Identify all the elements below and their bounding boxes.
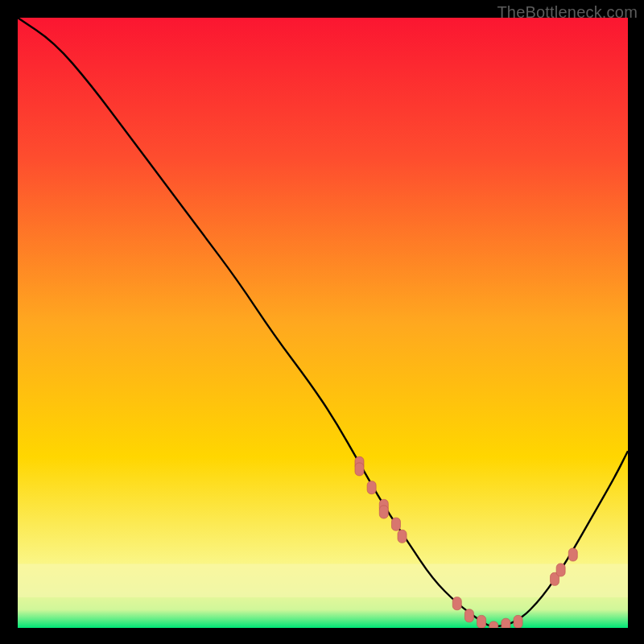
data-marker [556, 564, 565, 576]
highlight-band [18, 564, 628, 597]
data-marker [489, 621, 498, 628]
chart-frame: TheBottleneck.com [0, 0, 644, 644]
data-marker [391, 518, 400, 530]
data-marker [452, 597, 461, 610]
data-marker [355, 463, 364, 476]
data-marker [464, 609, 473, 622]
plot-area [18, 18, 628, 628]
data-marker [502, 618, 510, 628]
data-marker [367, 481, 376, 494]
data-marker [379, 506, 388, 518]
data-marker [398, 530, 407, 543]
data-marker [568, 548, 577, 561]
watermark-text: TheBottleneck.com [497, 3, 638, 22]
chart-svg [18, 18, 628, 628]
data-marker [477, 615, 486, 628]
data-marker [514, 615, 522, 628]
